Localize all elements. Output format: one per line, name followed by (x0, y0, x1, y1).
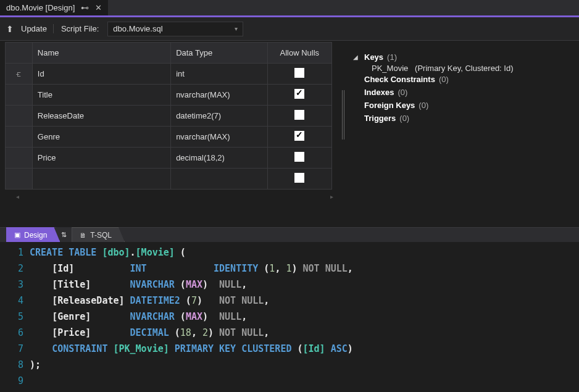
keys-label: Keys (364, 52, 383, 62)
tab-tsql[interactable]: 🗎 T-SQL (72, 227, 125, 242)
document-tab[interactable]: dbo.Movie [Design] ⊷ ✕ (0, 0, 108, 15)
grid-row[interactable]: Title nvarchar(MAX) (6, 85, 332, 106)
grid-header-row: Name Data Type Allow Nulls (6, 43, 332, 64)
cell-nulls[interactable] (267, 169, 331, 190)
chevron-down-icon: ▾ (235, 25, 238, 32)
lineno: 4 (0, 293, 23, 309)
triggers-node[interactable]: Triggers (0) (353, 112, 573, 125)
checkbox-unchecked[interactable] (294, 152, 304, 162)
header-nulls[interactable]: Allow Nulls (267, 43, 331, 64)
design-icon: ▣ (14, 231, 20, 239)
row-pk-indicator (6, 85, 33, 106)
line-gutter: 1 2 3 4 5 6 7 8 9 (0, 242, 30, 389)
fk-count: (0) (419, 101, 428, 110)
rowheader-blank (6, 43, 33, 64)
row-pk-indicator (6, 127, 33, 148)
cell-name[interactable]: ReleaseDate (32, 106, 170, 127)
cell-nulls[interactable] (267, 64, 331, 85)
scroll-left-icon[interactable]: ◂ (16, 193, 19, 201)
pk-name: PK_Movie (372, 64, 408, 73)
cell-name[interactable]: Price (32, 148, 170, 169)
indexes-label: Indexes (364, 88, 394, 97)
update-arrow-icon: ⬆ (6, 24, 14, 34)
tsql-editor[interactable]: 1 2 3 4 5 6 7 8 9 CREATE TABLE [dbo].[Mo… (0, 242, 579, 389)
pk-detail: (Primary Key, Clustered: Id) (415, 64, 513, 73)
header-name[interactable]: Name (32, 43, 170, 64)
scriptfile-dropdown[interactable]: dbo.Movie.sql ▾ (107, 22, 243, 36)
caret-down-icon: ◢ (353, 54, 360, 60)
lineno: 2 (0, 261, 23, 277)
cell-name[interactable]: Title (32, 85, 170, 106)
pane-tabs: ▣ Design ⇅ 🗎 T-SQL (0, 227, 579, 242)
row-pk-indicator (6, 106, 33, 127)
row-pk-indicator (6, 169, 33, 190)
key-icon: 🝗 (15, 70, 22, 78)
triggers-label: Triggers (364, 114, 396, 123)
checkbox-checked[interactable] (294, 131, 304, 141)
lineno: 6 (0, 325, 23, 341)
check-constraints-node[interactable]: Check Constraints (0) (353, 73, 573, 86)
triggers-count: (0) (399, 114, 409, 123)
tab-design[interactable]: ▣ Design (6, 227, 60, 242)
cell-type[interactable]: decimal(18,2) (171, 148, 268, 169)
row-pk-indicator (6, 148, 33, 169)
update-button[interactable]: Update (21, 24, 54, 33)
swap-icon: ⇅ (61, 231, 67, 239)
tab-tsql-label: T-SQL (90, 231, 112, 240)
scroll-right-icon[interactable]: ▸ (330, 193, 333, 201)
cell-type[interactable]: datetime2(7) (171, 106, 268, 127)
grid-row[interactable]: Genre nvarchar(MAX) (6, 127, 332, 148)
check-label: Check Constraints (364, 75, 435, 84)
indexes-node[interactable]: Indexes (0) (353, 86, 573, 99)
sql-icon: 🗎 (80, 231, 86, 239)
cell-name[interactable]: Id (32, 64, 170, 85)
grid-row[interactable]: 🝗 Id int (6, 64, 332, 85)
cell-nulls[interactable] (267, 106, 331, 127)
columns-grid-area: Name Data Type Allow Nulls 🝗 Id int Titl… (0, 41, 339, 227)
grid-row[interactable]: Price decimal(18,2) (6, 148, 332, 169)
properties-panel: ◢ Keys (1) PK_Movie (Primary Key, Cluste… (339, 41, 579, 227)
lineno: 1 (0, 244, 23, 261)
cell-nulls[interactable] (267, 85, 331, 106)
cell-type[interactable] (171, 169, 268, 190)
row-pk-indicator: 🝗 (6, 64, 33, 85)
document-tab-bar: dbo.Movie [Design] ⊷ ✕ (0, 0, 579, 17)
keys-node[interactable]: ◢ Keys (1) (353, 51, 573, 64)
lineno: 3 (0, 277, 23, 293)
grid-row-new[interactable] (6, 169, 332, 190)
cell-type[interactable]: nvarchar(MAX) (171, 127, 268, 148)
horizontal-scrollbar[interactable]: ◂ ▸ (16, 193, 333, 201)
code-content[interactable]: CREATE TABLE [dbo].[Movie] ( [Id] INT ID… (30, 242, 353, 389)
cell-name[interactable] (32, 169, 170, 190)
tab-title: dbo.Movie [Design] (6, 3, 75, 12)
checkbox-checked[interactable] (294, 89, 304, 99)
grid-row[interactable]: ReleaseDate datetime2(7) (6, 106, 332, 127)
pin-icon[interactable]: ⊷ (81, 3, 89, 12)
lineno: 5 (0, 309, 23, 325)
scriptfile-value: dbo.Movie.sql (113, 24, 162, 33)
foreign-keys-node[interactable]: Foreign Keys (0) (353, 99, 573, 112)
cell-nulls[interactable] (267, 148, 331, 169)
lineno: 8 (0, 357, 23, 373)
lineno: 9 (0, 373, 23, 389)
checkbox-unchecked[interactable] (294, 68, 304, 78)
cell-type[interactable]: nvarchar(MAX) (171, 85, 268, 106)
designer-toolbar: ⬆ Update Script File: dbo.Movie.sql ▾ (0, 17, 579, 41)
tab-design-label: Design (24, 231, 47, 240)
keys-count: (1) (387, 52, 397, 62)
cell-name[interactable]: Genre (32, 127, 170, 148)
fk-label: Foreign Keys (364, 101, 415, 110)
pk-item[interactable]: PK_Movie (Primary Key, Clustered: Id) (353, 64, 573, 73)
close-icon[interactable]: ✕ (95, 3, 102, 12)
lineno: 7 (0, 341, 23, 357)
check-count: (0) (439, 75, 449, 84)
cell-type[interactable]: int (171, 64, 268, 85)
splitter-handle[interactable] (342, 90, 344, 140)
cell-nulls[interactable] (267, 127, 331, 148)
checkbox-unchecked[interactable] (294, 173, 304, 183)
columns-grid[interactable]: Name Data Type Allow Nulls 🝗 Id int Titl… (5, 42, 332, 190)
scriptfile-label: Script File: (61, 24, 99, 33)
header-type[interactable]: Data Type (171, 43, 268, 64)
indexes-count: (0) (398, 88, 407, 97)
checkbox-unchecked[interactable] (294, 110, 304, 120)
